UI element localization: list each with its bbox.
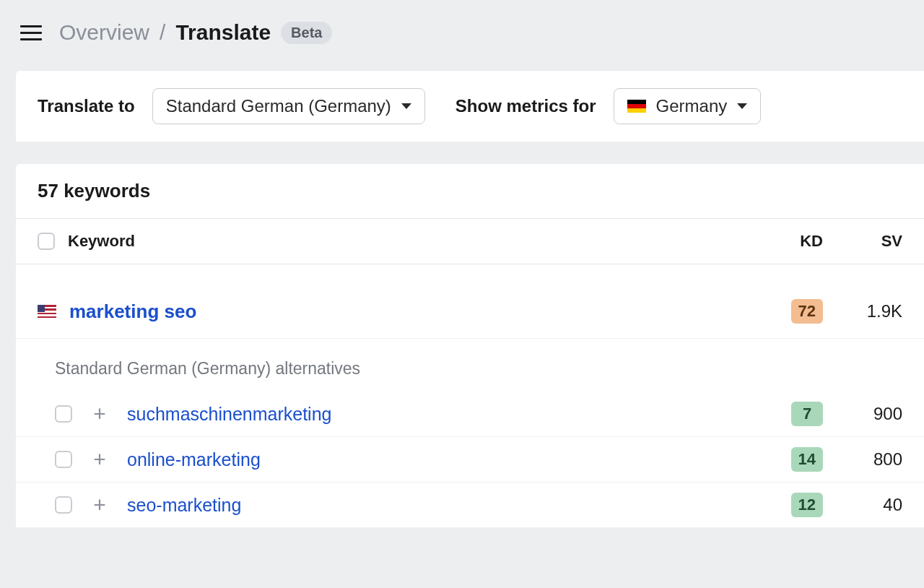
sv-value: 900 [823, 404, 902, 424]
translate-to-dropdown[interactable]: Standard German (Germany) [152, 88, 425, 124]
column-sv[interactable]: SV [823, 232, 902, 251]
column-kd[interactable]: KD [758, 232, 823, 251]
sv-value: 40 [823, 495, 902, 515]
kd-badge: 7 [791, 402, 823, 426]
kd-badge: 12 [791, 493, 823, 517]
germany-flag-icon [627, 100, 646, 113]
sv-value: 800 [823, 449, 902, 470]
alternative-row: + seo-marketing 12 40 [16, 483, 924, 528]
plus-icon[interactable]: + [90, 404, 110, 424]
alternative-keyword-link[interactable]: online-marketing [127, 449, 758, 470]
alternative-row: + suchmaschinenmarketing 7 900 [16, 392, 924, 437]
metrics-for-label: Show metrics for [456, 96, 596, 116]
alternative-keyword-link[interactable]: seo-marketing [127, 495, 758, 516]
breadcrumb: Overview / Translate Beta [59, 20, 332, 45]
chevron-down-icon [737, 103, 747, 109]
source-keyword-row: marketing seo 72 1.9K [16, 264, 924, 339]
row-checkbox[interactable] [55, 451, 72, 468]
alternative-keyword-link[interactable]: suchmaschinenmarketing [127, 404, 758, 425]
us-flag-icon [38, 305, 56, 318]
table-header: Keyword KD SV [16, 219, 924, 264]
kd-badge: 72 [791, 299, 823, 324]
sv-value: 1.9K [823, 301, 902, 321]
breadcrumb-prev[interactable]: Overview [59, 20, 149, 45]
breadcrumb-current: Translate [175, 20, 271, 45]
plus-icon[interactable]: + [90, 495, 110, 515]
filter-bar: Translate to Standard German (Germany) S… [16, 71, 924, 142]
plus-icon[interactable]: + [90, 449, 110, 470]
translate-to-value: Standard German (Germany) [166, 96, 391, 116]
chevron-down-icon [401, 103, 411, 109]
metrics-for-dropdown[interactable]: Germany [614, 88, 762, 124]
select-all-checkbox[interactable] [38, 233, 55, 250]
source-keyword-link[interactable]: marketing seo [69, 301, 758, 323]
alternatives-heading: Standard German (Germany) alternatives [16, 339, 924, 392]
translate-to-label: Translate to [38, 96, 135, 116]
beta-badge: Beta [281, 22, 332, 44]
kd-badge: 14 [791, 447, 823, 472]
menu-icon[interactable] [20, 22, 42, 43]
row-checkbox[interactable] [55, 405, 72, 423]
alternative-row: + online-marketing 14 800 [16, 437, 924, 483]
row-checkbox[interactable] [55, 496, 72, 514]
column-keyword[interactable]: Keyword [68, 232, 758, 251]
keyword-count: 57 keywords [16, 164, 924, 219]
breadcrumb-separator: / [160, 20, 165, 45]
metrics-for-value: Germany [656, 96, 728, 116]
